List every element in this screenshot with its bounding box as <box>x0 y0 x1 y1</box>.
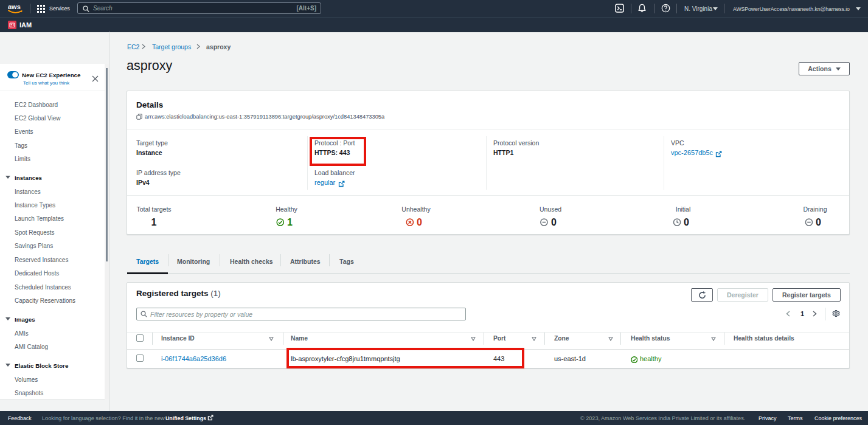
svg-text:aws: aws <box>8 3 21 10</box>
